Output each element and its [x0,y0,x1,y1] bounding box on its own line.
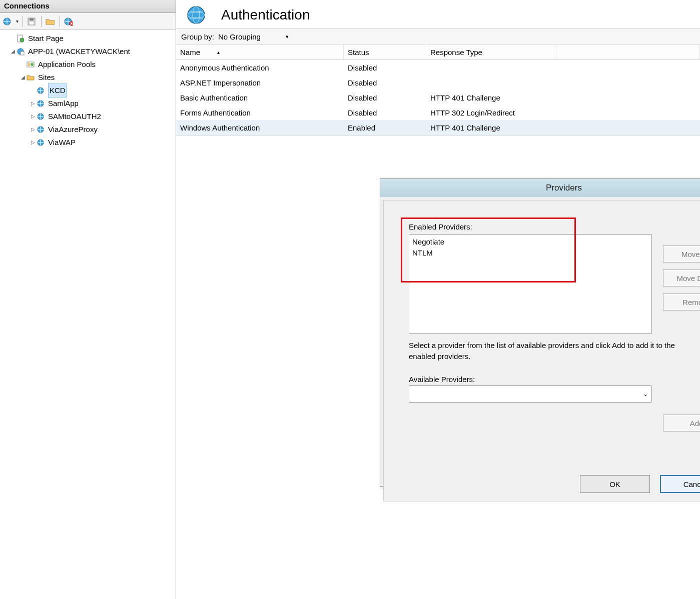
dialog-titlebar[interactable]: Providers ? x [380,179,700,197]
col-label: Response Type [430,48,482,56]
folder-open-icon[interactable] [46,17,55,26]
grid-row[interactable]: Anonymous AuthenticationDisabled [176,60,700,75]
cell-status: Disabled [344,62,426,73]
tree-label: Start Page [28,32,64,45]
save-icon[interactable] [27,17,36,26]
cell-status: Disabled [344,108,426,118]
tree-server[interactable]: ◢ APP-01 (WACKETYWACK\ent [2,45,176,58]
expander-closed-icon[interactable]: ▷ [30,123,36,136]
tree-label: KCD [48,84,67,98]
page-icon [16,34,25,43]
cell-resp: HTTP 401 Challenge [426,92,556,103]
available-providers-combo[interactable]: ⌄ [409,386,651,402]
globe-add-icon[interactable] [3,17,12,26]
auth-grid: Name▴ Status Response Type Anonymous Aut… [176,45,700,136]
tree-start-page[interactable]: Start Page [2,32,176,45]
expander-closed-icon[interactable]: ▷ [30,97,36,110]
site-icon [36,99,45,108]
svg-rect-2 [30,22,34,24]
tree-label: Sites [38,71,55,84]
grid-row[interactable]: Basic AuthenticationDisabledHTTP 401 Cha… [176,90,700,105]
site-icon [36,112,45,121]
group-by-bar: Group by: No Grouping ▾ [176,28,700,45]
col-name[interactable]: Name▴ [176,45,344,60]
tree-site-kcd[interactable]: KCD [2,84,176,97]
svg-point-7 [20,38,24,42]
svg-rect-11 [28,63,30,66]
col-spacer [556,45,700,60]
remove-button[interactable]: Remove [663,294,700,310]
tree-site-samtooauth2[interactable]: ▷ SAMtoOAUTH2 [2,110,176,123]
expander-closed-icon[interactable]: ▷ [30,110,36,123]
site-icon [36,138,45,147]
cell-name: Forms Authentication [176,108,344,118]
tree-label: SamlApp [48,97,79,110]
col-status[interactable]: Status [344,45,426,60]
tree-label: ViaWAP [48,136,76,149]
svg-rect-3 [30,18,34,20]
cell-resp: HTTP 302 Login/Redirect [426,108,556,118]
site-icon [36,86,45,95]
app-pools-icon [26,60,35,69]
ok-button[interactable]: OK [580,475,650,493]
providers-dialog: Providers ? x Enabled Providers: Negotia… [380,178,700,487]
list-item[interactable]: NTLM [412,248,648,258]
cell-name: ASP.NET Impersonation [176,78,344,88]
grid-row[interactable]: ASP.NET ImpersonationDisabled [176,75,700,90]
tree-site-viawap[interactable]: ▷ ViaWAP [2,136,176,149]
svg-point-18 [188,6,205,24]
page-title: Authentication [221,7,310,23]
col-response[interactable]: Response Type [426,45,556,60]
svg-rect-9 [21,52,24,55]
list-item[interactable]: Negotiate [412,236,648,248]
col-label: Status [348,48,369,56]
dialog-title: Providers [546,183,582,193]
tree-sites[interactable]: ◢ Sites [2,71,176,84]
add-button[interactable]: Add [663,414,700,432]
expander-open-icon[interactable]: ◢ [10,45,16,58]
main-content: Authentication Group by: No Grouping ▾ N… [176,0,700,599]
group-by-value: No Grouping [218,32,261,41]
svg-point-12 [31,63,34,66]
folder-icon [26,73,35,82]
site-icon [36,125,45,134]
globe-delete-icon[interactable] [64,17,73,26]
expander-closed-icon[interactable]: ▷ [30,136,36,149]
sort-asc-icon: ▴ [217,50,220,55]
col-label: Name [180,48,200,56]
group-by-dropdown[interactable]: No Grouping ▾ [218,32,289,41]
enabled-providers-label: Enabled Providers: [409,222,700,231]
grid-row-selected[interactable]: Windows AuthenticationEnabledHTTP 401 Ch… [176,120,700,135]
cell-name: Basic Authentication [176,92,344,103]
move-down-button[interactable]: Move Down [663,270,700,286]
connections-tree[interactable]: Start Page ◢ APP-01 (WACKETYWACK\ent App… [0,30,176,599]
cancel-button[interactable]: Cancel [660,475,700,493]
cell-status: Disabled [344,78,426,88]
chevron-down-icon: ⌄ [643,390,648,398]
server-icon [16,47,25,56]
enabled-providers-list[interactable]: Negotiate NTLM [409,234,651,334]
tree-label: ViaAzureProxy [48,123,98,136]
cell-name: Windows Authentication [176,122,344,133]
tree-app-pools[interactable]: Application Pools [2,58,176,71]
tree-label: SAMtoOAUTH2 [48,110,101,123]
connections-panel: Connections ▾ Start Page [0,0,176,599]
connections-toolbar: ▾ [0,13,176,30]
chevron-down-icon: ▾ [286,34,289,40]
tree-site-viaazureproxy[interactable]: ▷ ViaAzureProxy [2,123,176,136]
tree-label: APP-01 (WACKETYWACK\ent [28,45,130,58]
tree-label: Application Pools [38,58,96,71]
cell-status: Disabled [344,92,426,103]
move-up-button[interactable]: Move Up [663,246,700,262]
cell-status: Enabled [344,122,426,133]
cell-resp [426,66,556,68]
group-by-label: Group by: [181,32,214,41]
cell-name: Anonymous Authentication [176,62,344,73]
grid-row[interactable]: Forms AuthenticationDisabledHTTP 302 Log… [176,105,700,120]
cell-resp [426,82,556,84]
tree-site-samlapp[interactable]: ▷ SamlApp [2,97,176,110]
expander-open-icon[interactable]: ◢ [20,71,26,84]
authentication-icon [186,5,206,25]
help-text: Select a provider from the list of avail… [409,340,699,362]
dropdown-arrow-icon[interactable]: ▾ [16,18,19,24]
